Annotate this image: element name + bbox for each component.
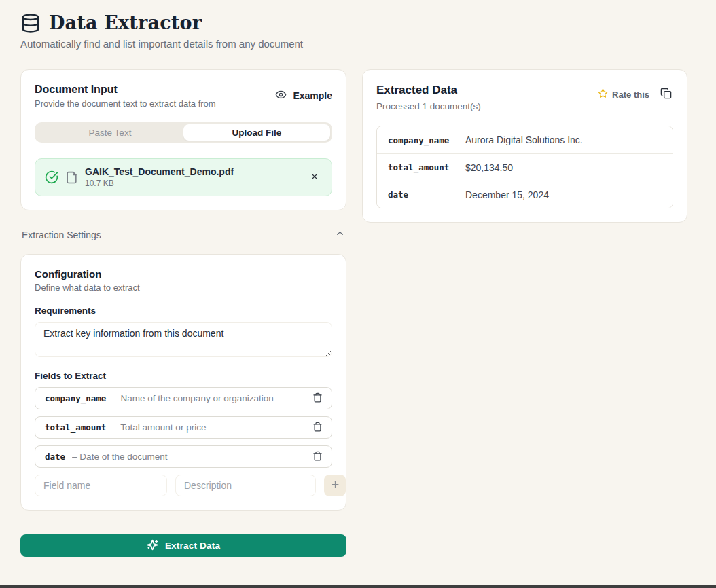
- fields-to-extract-label: Fields to Extract: [35, 371, 332, 381]
- trash-icon: [312, 422, 323, 434]
- copy-icon: [660, 88, 672, 101]
- field-name: company_name: [45, 393, 106, 403]
- eye-icon: [275, 89, 287, 103]
- remove-file-button[interactable]: [307, 169, 322, 186]
- extract-data-label: Extract Data: [165, 540, 220, 551]
- sparkles-icon: [147, 539, 158, 553]
- table-row: company_name Aurora Digital Solutions In…: [377, 126, 673, 153]
- field-name: total_amount: [45, 422, 106, 433]
- extracted-data-table: company_name Aurora Digital Solutions In…: [376, 126, 673, 208]
- trash-icon: [312, 392, 323, 405]
- requirements-label: Requirements: [35, 306, 332, 316]
- field-row: date – Date of the document: [35, 445, 332, 468]
- result-value: Aurora Digital Solutions Inc.: [465, 134, 662, 145]
- result-value: $20,134.50: [465, 162, 662, 173]
- field-row: total_amount – Total amount or price: [35, 416, 332, 439]
- field-description: – Total amount or price: [113, 422, 304, 433]
- file-size: 10.7 KB: [85, 179, 300, 188]
- requirements-textarea[interactable]: Extract key information from this docume…: [35, 322, 332, 357]
- page-subtitle: Automatically find and list important de…: [20, 38, 696, 50]
- file-name: GAIK_Test_Document_Demo.pdf: [85, 166, 300, 177]
- example-label: Example: [293, 90, 332, 101]
- field-name: date: [45, 452, 65, 462]
- field-list: company_name – Name of the company or or…: [35, 387, 332, 468]
- extraction-settings-toggle[interactable]: Extraction Settings: [20, 228, 346, 241]
- table-row: date December 15, 2024: [377, 181, 673, 208]
- add-field-button[interactable]: [324, 475, 346, 496]
- database-icon: [20, 13, 41, 33]
- result-key: company_name: [388, 135, 465, 145]
- extracted-data-card: Extracted Data Processed 1 document(s) R…: [362, 69, 687, 223]
- document-input-subtitle: Provide the document text to extract dat…: [35, 98, 216, 109]
- close-icon: [310, 172, 319, 183]
- page-title: Data Extractor: [49, 12, 202, 33]
- new-field-name-input[interactable]: [35, 475, 167, 496]
- table-row: total_amount $20,134.50: [377, 153, 673, 181]
- delete-field-button[interactable]: [310, 390, 325, 407]
- result-key: date: [388, 189, 465, 200]
- chevron-up-icon: [335, 228, 345, 241]
- tab-upload-file[interactable]: Upload File: [183, 124, 330, 141]
- configuration-subtitle: Define what data to extract: [35, 282, 332, 293]
- check-circle-icon: [45, 170, 58, 184]
- rate-this-button[interactable]: Rate this: [598, 88, 649, 100]
- extraction-settings-label: Extraction Settings: [22, 229, 101, 240]
- uploaded-file-item: GAIK_Test_Document_Demo.pdf 10.7 KB: [35, 158, 332, 196]
- field-row: company_name – Name of the company or or…: [35, 387, 332, 409]
- example-button[interactable]: Example: [275, 86, 332, 105]
- window-bottom-edge: [0, 585, 716, 588]
- copy-results-button[interactable]: [659, 86, 673, 103]
- configuration-title: Configuration: [35, 268, 332, 280]
- tab-paste-text[interactable]: Paste Text: [37, 124, 183, 141]
- data-extractor-page: Data Extractor Automatically find and li…: [0, 0, 716, 557]
- star-icon: [598, 88, 608, 100]
- document-input-card: Document Input Provide the document text…: [20, 69, 346, 210]
- extract-data-button[interactable]: Extract Data: [20, 534, 346, 557]
- delete-field-button[interactable]: [310, 420, 325, 436]
- rate-this-label: Rate this: [612, 90, 649, 100]
- trash-icon: [312, 451, 323, 463]
- field-description: – Name of the company or organization: [113, 393, 304, 403]
- plus-icon: [330, 479, 340, 492]
- result-value: December 15, 2024: [465, 189, 662, 200]
- delete-field-button[interactable]: [310, 449, 325, 465]
- file-icon: [65, 171, 78, 184]
- extracted-data-subtitle: Processed 1 document(s): [376, 101, 481, 111]
- extracted-data-title: Extracted Data: [376, 84, 481, 97]
- app-header: Data Extractor: [20, 12, 696, 33]
- new-field-description-input[interactable]: [175, 475, 316, 496]
- result-key: total_amount: [388, 162, 465, 172]
- document-input-title: Document Input: [35, 84, 216, 96]
- field-description: – Date of the document: [72, 452, 304, 462]
- input-mode-tabs: Paste Text Upload File: [35, 122, 332, 143]
- add-field-row: [35, 475, 332, 496]
- configuration-card: Configuration Define what data to extrac…: [20, 254, 346, 511]
